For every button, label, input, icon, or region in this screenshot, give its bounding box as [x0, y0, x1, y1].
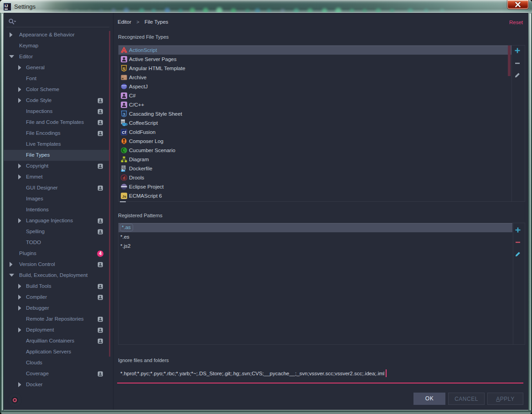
svg-text:Cf: Cf	[122, 130, 126, 135]
svg-text:3: 3	[123, 112, 125, 117]
svg-text:Js: Js	[122, 194, 126, 199]
svg-text:5: 5	[123, 66, 125, 71]
svg-text:d: d	[123, 176, 125, 180]
svg-text:D: D	[122, 169, 124, 172]
